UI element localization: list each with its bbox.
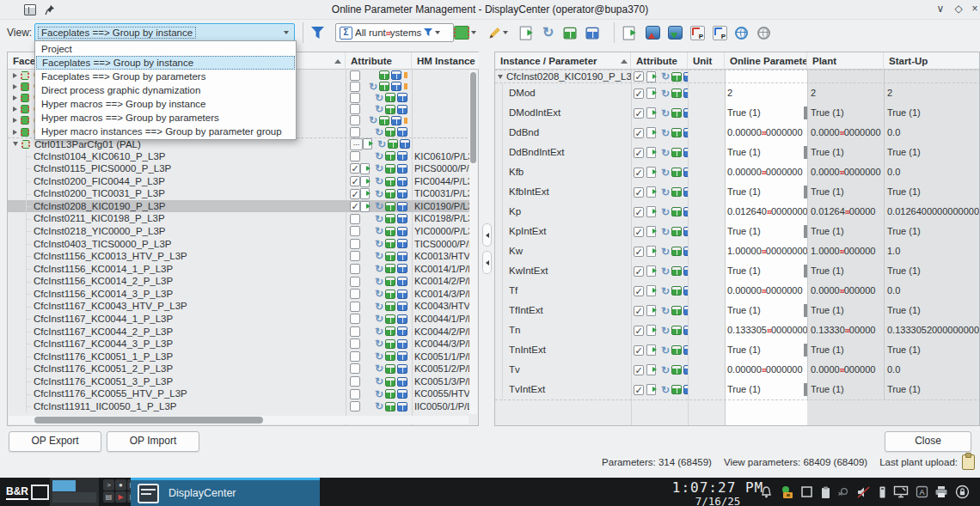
screen-lock-icon[interactable] <box>955 485 970 499</box>
maximize-button[interactable]: ◇ <box>952 3 965 15</box>
tree-row[interactable]: CfcInst0211_KIC0198_P_L3P↻KIC0198/P/L3P <box>8 212 472 225</box>
attribute-checkbox[interactable] <box>350 115 360 125</box>
expand-icon[interactable] <box>13 73 17 78</box>
dropdown-item[interactable]: Direct process graphic dynamization <box>36 83 295 97</box>
parameter-row[interactable]: Tf✓↻0.00000ɪɪɪ00000000.0000ɪɪɪ0000000.0 <box>495 281 979 301</box>
monitor-icon[interactable] <box>893 485 909 498</box>
sheet-app-icon[interactable]: ▤ <box>103 491 114 503</box>
tree-row[interactable]: CfcInst0200_FIC0044_P_L3P✓↻FIC0044/P/L3P <box>8 175 472 188</box>
attribute-checkbox[interactable]: ✓ <box>634 207 644 217</box>
more-button[interactable]: ... <box>350 138 363 150</box>
parameter-row[interactable]: DdBnd✓↻0.00000ɪɪɪ00000000.0000ɪɪɪ0000000… <box>495 123 979 143</box>
column-header-startup[interactable]: Start-Up <box>884 52 980 70</box>
parameter-row[interactable]: KfbIntExt✓↻True (1)True (1)True (1) <box>495 182 979 202</box>
attribute-checkbox[interactable]: ✓ <box>634 187 644 198</box>
show-desktop-icon[interactable] <box>31 485 49 500</box>
tree-row[interactable]: CfcInst0200_TIC0031_P_L3P✓↻TIC0031/P/L3P <box>8 187 472 200</box>
attribute-checkbox[interactable] <box>350 251 360 261</box>
attribute-checkbox[interactable] <box>350 376 360 387</box>
attribute-checkbox[interactable]: ✓ <box>350 176 360 186</box>
attribute-checkbox[interactable] <box>350 277 360 287</box>
tree-row[interactable]: CfcInst0218_YIC0000_P_L3P↻YIC0000/P/L3P <box>8 225 472 238</box>
attribute-checkbox[interactable]: ✓ <box>634 326 644 336</box>
parameter-row[interactable]: TvIntExt✓↻True (1)True (1)True (1) <box>495 380 979 400</box>
tree-row[interactable]: CfcInst1167_KC0044_1_P_L3P↻KC0044/1/P/L3… <box>8 313 472 326</box>
dropdown-item[interactable]: Hyper macros ==> Group by instance <box>36 97 295 111</box>
attribute-checkbox[interactable]: ✓ <box>634 108 644 119</box>
column-header-hm-instance[interactable]: HM Instance <box>412 52 479 70</box>
attribute-checkbox[interactable]: ✓ <box>634 365 644 375</box>
minimize-button[interactable]: ∨ <box>934 3 947 15</box>
attribute-checkbox[interactable] <box>350 314 360 324</box>
attribute-checkbox[interactable] <box>350 70 360 81</box>
parameter-row[interactable]: Tn✓↻0.133305ɪɪɪ00000000.13330ɪɪɪ000000.1… <box>495 320 979 340</box>
collapse-icon[interactable] <box>498 75 503 79</box>
attribute-checkbox[interactable] <box>350 239 360 249</box>
attribute-checkbox[interactable]: ✓ <box>350 189 360 199</box>
expand-icon[interactable] <box>13 118 17 123</box>
parameter-row[interactable]: Kw✓↻1.00000ɪɪɪ000000001.0000ɪɪɪ0000001.0 <box>495 241 979 261</box>
attribute-checkbox[interactable]: ✓ <box>634 286 644 296</box>
attribute-checkbox[interactable]: ✓ <box>634 266 644 277</box>
dropdown-item[interactable]: Faceplates ==> Group by parameters <box>36 70 295 83</box>
parameter-row[interactable]: TnIntExt✓↻True (1)True (1)True (1) <box>495 340 979 360</box>
view-combobox[interactable]: Faceplates ==> Group by instance <box>34 23 295 42</box>
tree-row[interactable]: CfcInst0104_KIC0610_P_L3P↻KIC0610/P/L3P <box>8 150 472 163</box>
online-table-settings-button[interactable] <box>565 24 575 41</box>
attribute-checkbox[interactable]: ✓ <box>634 345 644 356</box>
parameter-row[interactable]: DdBndIntExt✓↻True (1)True (1)True (1) <box>495 143 979 162</box>
tree-row[interactable]: CfcInst1176_KC0051_3_P_L3P↻KC0051/3/P/L3… <box>8 375 472 388</box>
br-logo[interactable]: B&R <box>6 481 28 500</box>
attribute-checkbox[interactable] <box>350 226 360 236</box>
tree-row[interactable]: CfcInst11911_IIC0050_1_P_L3P↻IIC0050/1/P… <box>8 400 472 413</box>
parameter-row[interactable]: Kp✓↻0.012640ɪɪɪ000000000.01264ɪɪɪ000000.… <box>495 202 979 222</box>
attribute-checkbox[interactable] <box>350 401 360 412</box>
notification-bell-icon[interactable] <box>760 485 773 499</box>
device-icon[interactable] <box>878 485 887 499</box>
attribute-checkbox[interactable] <box>350 389 360 399</box>
attribute-checkbox[interactable]: ✓ <box>634 71 644 82</box>
close-window-button[interactable]: × <box>968 3 980 15</box>
parameter-download-button[interactable]: P <box>713 24 727 41</box>
clipboard-tray-icon[interactable] <box>820 485 831 499</box>
attribute-checkbox[interactable] <box>350 363 360 374</box>
parameter-row[interactable]: Tv✓↻0.00000ɪɪɪ00000000.0000ɪɪɪ0000000.0 <box>495 360 979 380</box>
column-header-attribute[interactable]: Attribute <box>631 52 688 70</box>
splitter-collapse-handle[interactable] <box>482 223 492 247</box>
expand-icon[interactable] <box>13 130 17 135</box>
offline-globe-button[interactable] <box>757 24 770 41</box>
column-header-attribute[interactable]: Attribute <box>346 52 412 70</box>
op-export-footer-button[interactable]: OP Export <box>9 431 101 452</box>
attribute-checkbox[interactable]: ✓ <box>634 385 644 395</box>
attribute-checkbox[interactable]: ✓ <box>634 306 644 316</box>
parameter-upload-button[interactable]: P <box>690 24 705 41</box>
parameter-row[interactable]: Kfb✓↻0.00000ɪɪɪ00000000.0000ɪɪɪ00000000.… <box>495 162 979 182</box>
attribute-checkbox[interactable] <box>350 326 360 337</box>
close-button[interactable]: Close <box>885 431 971 452</box>
refresh-button[interactable]: ↻ <box>542 24 554 41</box>
parameter-row[interactable]: DMod✓↻222 <box>495 83 979 103</box>
attribute-checkbox[interactable] <box>350 82 360 92</box>
column-header-online-parameter[interactable]: Online Parameter <box>725 52 807 70</box>
expand-icon[interactable] <box>13 107 17 112</box>
tree-row[interactable]: CfcInst1156_KC0013_HTV_P_L3P↻KC0013/HTV/… <box>8 250 472 263</box>
clipboard-icon[interactable] <box>962 454 975 470</box>
attribute-checkbox[interactable]: ✓ <box>634 227 644 237</box>
attribute-checkbox[interactable] <box>350 104 360 114</box>
tree-row[interactable]: CfcInst1167_KC0044_3_P_L3P↻KC0044/3/P/L3… <box>8 338 472 351</box>
online-globe-button[interactable] <box>735 24 748 41</box>
filter-button[interactable] <box>311 24 324 41</box>
media-app-icon[interactable]: ▶ <box>115 491 126 503</box>
attribute-checkbox[interactable] <box>350 264 360 274</box>
parameter-row[interactable]: DModIntExt✓↻True (1)True (1)True (1) <box>495 103 979 123</box>
collapse-icon[interactable] <box>13 142 18 146</box>
tree-row[interactable]: CfcInst1167_KC0043_HTV_P_L3P↻KC0043/HTV/… <box>8 300 472 313</box>
attribute-checkbox[interactable]: ✓ <box>350 201 360 211</box>
parameter-row[interactable]: KwIntExt✓↻True (1)True (1)True (1) <box>495 261 979 281</box>
attribute-checkbox[interactable]: ✓ <box>350 163 360 174</box>
horizontal-scrollbar[interactable] <box>9 416 469 424</box>
parameter-row[interactable]: KpIntExt✓↻True (1)True (1)True (1) <box>495 222 979 241</box>
tree-row[interactable]: CfcInst1167_KC0044_2_P_L3P↻KC0044/2/P/L3… <box>8 326 472 338</box>
attribute-checkbox[interactable] <box>350 289 360 299</box>
column-header-instance-parameter[interactable]: Instance / Parameter <box>495 52 631 70</box>
